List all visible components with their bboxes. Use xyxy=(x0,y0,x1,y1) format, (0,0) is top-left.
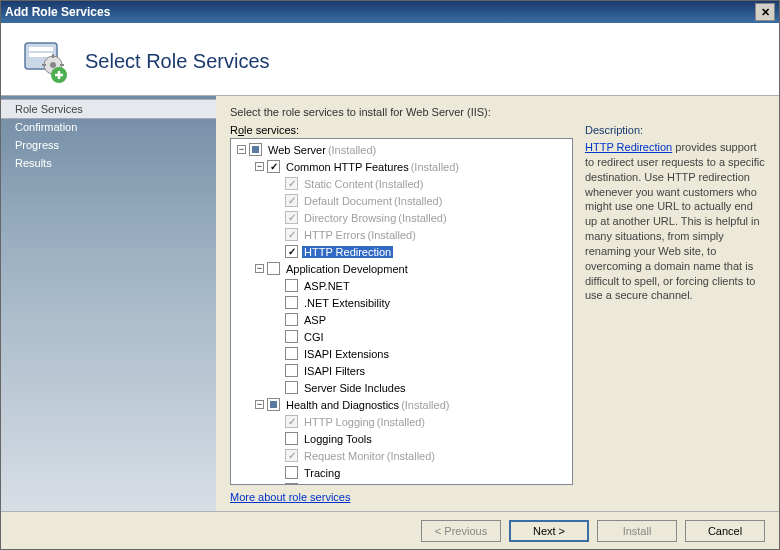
checkbox[interactable] xyxy=(285,313,298,326)
checkbox[interactable] xyxy=(285,279,298,292)
node-label[interactable]: Tracing xyxy=(302,467,342,479)
more-about-link[interactable]: More about role services xyxy=(230,491,573,503)
tree-node[interactable]: HTTP Redirection xyxy=(231,243,572,260)
tree-node[interactable]: Server Side Includes xyxy=(231,379,572,396)
page-title: Select Role Services xyxy=(85,50,270,73)
previous-button[interactable]: < Previous xyxy=(421,520,501,542)
checkbox[interactable] xyxy=(285,466,298,479)
tree-node[interactable]: ISAPI Filters xyxy=(231,362,572,379)
checkbox[interactable] xyxy=(285,245,298,258)
installed-suffix: (Installed) xyxy=(377,416,425,428)
tree-node[interactable]: −Web Server (Installed) xyxy=(231,141,572,158)
installed-suffix: (Installed) xyxy=(387,450,435,462)
header: Select Role Services xyxy=(1,23,779,96)
installed-suffix: (Installed) xyxy=(394,195,442,207)
node-label[interactable]: HTTP Errors xyxy=(302,229,368,241)
node-label[interactable]: ISAPI Extensions xyxy=(302,348,391,360)
tree-node[interactable]: Logging Tools xyxy=(231,430,572,447)
sidebar-item-progress[interactable]: Progress xyxy=(1,136,216,154)
installed-suffix: (Installed) xyxy=(398,212,446,224)
node-label[interactable]: .NET Extensibility xyxy=(302,297,392,309)
node-label[interactable]: Static Content xyxy=(302,178,375,190)
installed-suffix: (Installed) xyxy=(328,144,376,156)
expander-icon[interactable]: − xyxy=(255,264,264,273)
node-label[interactable]: Custom Logging xyxy=(302,484,386,486)
tree-node[interactable]: HTTP Errors (Installed) xyxy=(231,226,572,243)
node-label[interactable]: HTTP Redirection xyxy=(302,246,393,258)
cancel-button[interactable]: Cancel xyxy=(685,520,765,542)
tree-node[interactable]: Custom Logging xyxy=(231,481,572,485)
node-label[interactable]: Request Monitor xyxy=(302,450,387,462)
checkbox[interactable] xyxy=(285,296,298,309)
sidebar-item-role-services[interactable]: Role Services xyxy=(1,99,216,119)
tree-node[interactable]: Tracing xyxy=(231,464,572,481)
node-label[interactable]: Default Document xyxy=(302,195,394,207)
tree-node[interactable]: −Application Development xyxy=(231,260,572,277)
role-services-tree[interactable]: −Web Server (Installed)−Common HTTP Feat… xyxy=(230,138,573,485)
tree-node[interactable]: Request Monitor (Installed) xyxy=(231,447,572,464)
checkbox xyxy=(285,228,298,241)
installed-suffix: (Installed) xyxy=(401,399,449,411)
checkbox[interactable] xyxy=(285,364,298,377)
checkbox[interactable] xyxy=(285,432,298,445)
node-label[interactable]: Web Server xyxy=(266,144,328,156)
checkbox[interactable] xyxy=(285,347,298,360)
tree-node[interactable]: CGI xyxy=(231,328,572,345)
install-button[interactable]: Install xyxy=(597,520,677,542)
sidebar-item-results[interactable]: Results xyxy=(1,154,216,172)
node-label[interactable]: CGI xyxy=(302,331,326,343)
svg-point-4 xyxy=(50,62,56,68)
checkbox xyxy=(285,194,298,207)
window-title: Add Role Services xyxy=(5,5,110,19)
checkbox xyxy=(285,177,298,190)
node-label[interactable]: ASP xyxy=(302,314,328,326)
checkbox[interactable] xyxy=(285,381,298,394)
description-panel: Description: HTTP Redirection provides s… xyxy=(585,124,765,511)
close-button[interactable]: ✕ xyxy=(755,3,775,21)
checkbox[interactable] xyxy=(285,330,298,343)
checkbox[interactable] xyxy=(267,262,280,275)
installed-suffix: (Installed) xyxy=(375,178,423,190)
node-label[interactable]: Application Development xyxy=(284,263,410,275)
checkbox xyxy=(285,449,298,462)
tree-node[interactable]: −Common HTTP Features (Installed) xyxy=(231,158,572,175)
node-label[interactable]: Server Side Includes xyxy=(302,382,408,394)
node-label[interactable]: ASP.NET xyxy=(302,280,352,292)
role-services-icon xyxy=(21,37,69,85)
tree-node[interactable]: Directory Browsing (Installed) xyxy=(231,209,572,226)
next-button[interactable]: Next > xyxy=(509,520,589,542)
tree-node[interactable]: HTTP Logging (Installed) xyxy=(231,413,572,430)
expander-icon[interactable]: − xyxy=(255,162,264,171)
sidebar-item-confirmation[interactable]: Confirmation xyxy=(1,118,216,136)
checkbox[interactable] xyxy=(267,398,280,411)
tree-node[interactable]: ASP.NET xyxy=(231,277,572,294)
node-label[interactable]: Health and Diagnostics xyxy=(284,399,401,411)
sidebar: Role ServicesConfirmationProgressResults xyxy=(1,96,216,511)
tree-node[interactable]: .NET Extensibility xyxy=(231,294,572,311)
description-heading: Description: xyxy=(585,124,765,136)
expander-icon[interactable]: − xyxy=(255,400,264,409)
footer: < Previous Next > Install Cancel xyxy=(1,511,779,549)
checkbox xyxy=(285,211,298,224)
checkbox[interactable] xyxy=(267,160,280,173)
tree-node[interactable]: ASP xyxy=(231,311,572,328)
node-label[interactable]: HTTP Logging xyxy=(302,416,377,428)
node-label[interactable]: Logging Tools xyxy=(302,433,374,445)
node-label[interactable]: ISAPI Filters xyxy=(302,365,367,377)
description-body: HTTP Redirection provides support to red… xyxy=(585,140,765,303)
checkbox[interactable] xyxy=(249,143,262,156)
title-bar: Add Role Services ✕ xyxy=(1,1,779,23)
intro-text: Select the role services to install for … xyxy=(230,106,765,118)
tree-node[interactable]: −Health and Diagnostics (Installed) xyxy=(231,396,572,413)
checkbox xyxy=(285,415,298,428)
installed-suffix: (Installed) xyxy=(368,229,416,241)
tree-node[interactable]: Static Content (Installed) xyxy=(231,175,572,192)
tree-node[interactable]: Default Document (Installed) xyxy=(231,192,572,209)
description-link[interactable]: HTTP Redirection xyxy=(585,141,672,153)
checkbox[interactable] xyxy=(285,483,298,485)
expander-icon[interactable]: − xyxy=(237,145,246,154)
node-label[interactable]: Common HTTP Features xyxy=(284,161,411,173)
tree-label: Role services: xyxy=(230,124,573,136)
node-label[interactable]: Directory Browsing xyxy=(302,212,398,224)
tree-node[interactable]: ISAPI Extensions xyxy=(231,345,572,362)
